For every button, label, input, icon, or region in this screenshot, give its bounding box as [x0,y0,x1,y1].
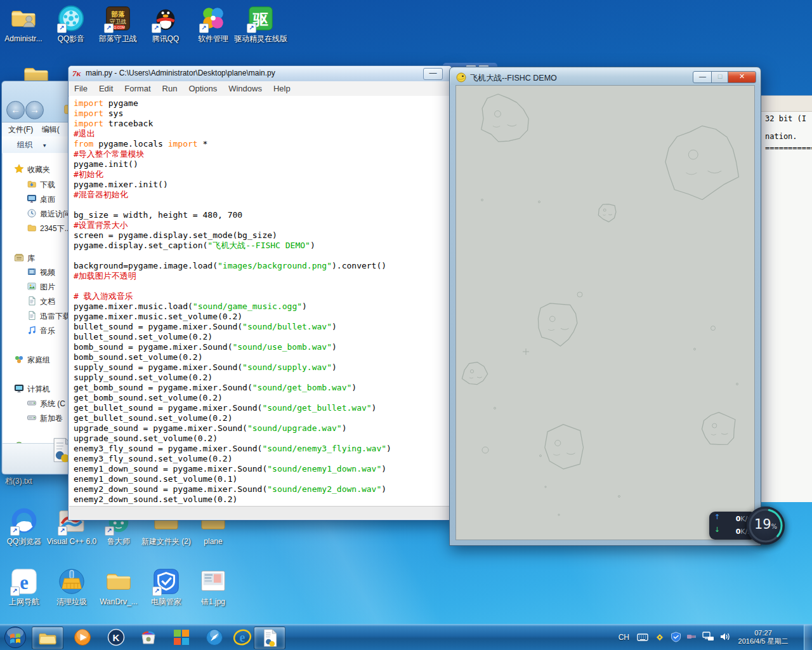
icon-label: Administr... [0,34,51,43]
sidebar-item-10[interactable]: 迅雷下载 [27,310,70,323]
code-line: from pygame.locals import * [74,139,451,149]
sidebar-item-8[interactable]: 图片 [27,281,55,294]
keyboard-icon[interactable] [637,633,648,650]
sidebar-item-12[interactable]: 家庭组 [14,354,50,367]
desktop-icon-5[interactable]: ↗软件管理 [186,4,240,43]
sidebar-item-label: 2345下... [40,224,71,233]
qq-icon: ↗ [151,4,180,33]
minimize-button[interactable]: — [423,68,443,80]
user-folder-icon [9,4,38,33]
sidebar-item-4[interactable]: 最近访问 [27,208,70,221]
shell-text: ====================== [765,143,812,152]
idle-app-icon: 7κ [72,69,82,79]
idle-menu-file[interactable]: File [69,81,93,93]
security-shield-icon[interactable] [671,632,681,650]
idle-menu-help[interactable]: Help [268,81,296,93]
desktop-icon-bottom-5[interactable]: 错1.jpg [186,567,240,606]
taskbar-button-bag[interactable] [133,627,164,648]
homegroup-icon [14,354,24,364]
game-titlebar[interactable]: 飞机大战--FISHC DEMO — □ ✕ [451,69,759,85]
taskbar-button-explorer[interactable] [32,627,63,649]
start-button[interactable] [4,626,27,649]
code-line: supply_sound = pygame.mixer.Sound("sound… [74,362,451,373]
desktop-icon-bottom-1[interactable]: e↗上网导航 [0,567,51,606]
taskbar-button-ie[interactable]: e [227,627,258,648]
idle-titlebar[interactable]: 7κ main.py - C:\Users\Administrator\Desk… [69,66,452,82]
input-method-icon[interactable] [655,632,665,650]
sidebar-item-11[interactable]: 音乐 [27,325,55,338]
desktop-icon-6[interactable]: 驱↗驱动精灵在线版 [233,4,288,43]
sidebar-item-5[interactable]: 2345下... [27,223,71,235]
menu-edit[interactable]: 编辑( [42,125,60,134]
sidebar-item-label: 库 [27,254,35,263]
code-line: enemy2_down_sound = pygame.mixer.Sound("… [74,484,451,494]
idle-menu-format[interactable]: Format [119,81,156,93]
computer-icon [14,383,24,394]
folder-icon [27,223,37,233]
qqplayer-icon: ↗ [56,4,86,33]
enav-icon: e↗ [10,567,39,596]
taskbar-button-squares[interactable] [166,627,197,648]
sidebar-item-13[interactable]: 计算机 [14,383,50,396]
idle-menu-windows[interactable]: Windows [223,81,268,93]
desktop-icon-bottom-3[interactable]: WanDrv_... [91,567,146,606]
code-line: import sys [74,109,451,119]
music-icon [27,325,37,335]
language-indicator[interactable]: CH [619,625,629,650]
usb-device-icon[interactable] [686,633,697,650]
desktop-icon-4[interactable]: ↗腾讯QQ [138,4,193,43]
desktop-icon-3[interactable]: 部落守卫战QQ.COM↗部落守卫战 [91,4,145,43]
sidebar-item-label: 最近访问 [40,209,70,218]
taskbar-button-pyfile[interactable] [254,627,285,649]
sidebar-item-label: 收藏夹 [27,165,50,174]
minimize-button[interactable]: — [693,71,712,83]
idle-menu-run[interactable]: Run [157,81,183,93]
guanjia-icon: ↗ [152,567,181,596]
code-line: pygame.init() [74,159,451,169]
desktop-icon-mid-1[interactable]: ↗QQ浏览器 [0,507,51,546]
code-line: pygame.display.set_caption("飞机大战--FISHC … [74,241,451,251]
back-button[interactable]: ← [6,101,25,119]
code-line: #初始化 [74,169,451,180]
code-line: #混音器初始化 [74,190,451,200]
clean-icon [57,567,86,596]
taskbar: Ke CH 07:27 2016/4/5 星期二 [0,624,812,650]
idle-menu-edit[interactable]: Edit [93,81,119,93]
idle-menu-options[interactable]: Options [183,81,223,93]
arrow-up-icon: ↑ [714,513,720,521]
icon-label: 上网导航 [0,597,51,606]
desktop-icon-1[interactable]: Administr... [0,4,51,43]
network-icon[interactable] [702,632,714,650]
organize-button[interactable]: 组织 ▼ [10,140,47,149]
menu-file[interactable]: 文件(F) [8,125,33,134]
taskbar-button-compass[interactable] [199,627,230,648]
forward-button[interactable]: → [25,101,44,119]
icon-label: plane [186,537,240,546]
close-button[interactable]: ✕ [728,71,756,83]
sidebar-item-2[interactable]: 下载 [27,179,55,192]
desktop-icon-stray-file[interactable]: 档(3).txt [5,476,32,487]
sidebar-item-7[interactable]: 视频 [27,267,55,279]
game-canvas[interactable] [455,85,755,540]
icon-label: 驱动精灵在线版 [233,34,288,43]
shortcut-arrow-icon: ↗ [57,23,67,33]
clock[interactable]: 07:27 2016/4/5 星期二 [728,625,798,650]
sidebar-item-6[interactable]: 库 [14,253,35,265]
time: 07:27 [728,629,798,637]
sidebar-item-14[interactable]: 系统 (C [27,398,65,411]
code-editor[interactable]: import pygameimport sysimport traceback#… [69,96,451,507]
code-line: # 载入游戏音乐 [74,291,451,302]
game-window-title: 飞机大战--FISHC DEMO [470,73,557,84]
acceleration-ball[interactable]: 19% [747,507,785,545]
drive-icon [27,413,37,423]
svg-text:e: e [240,630,246,644]
show-desktop-button[interactable] [804,625,812,650]
sidebar-item-15[interactable]: 新加卷 [27,413,63,425]
sidebar-item-1[interactable]: 收藏夹 [14,164,50,176]
taskbar-button-kplayer[interactable]: K [101,627,131,648]
code-line: #加载图片不透明 [74,271,451,281]
sidebar-item-3[interactable]: 桌面 [27,194,55,206]
sidebar-item-9[interactable]: 文档 [27,296,55,308]
taskbar-button-wmp[interactable] [67,627,98,648]
code-line: get_bullet_sound = pygame.mixer.Sound("s… [74,403,451,413]
